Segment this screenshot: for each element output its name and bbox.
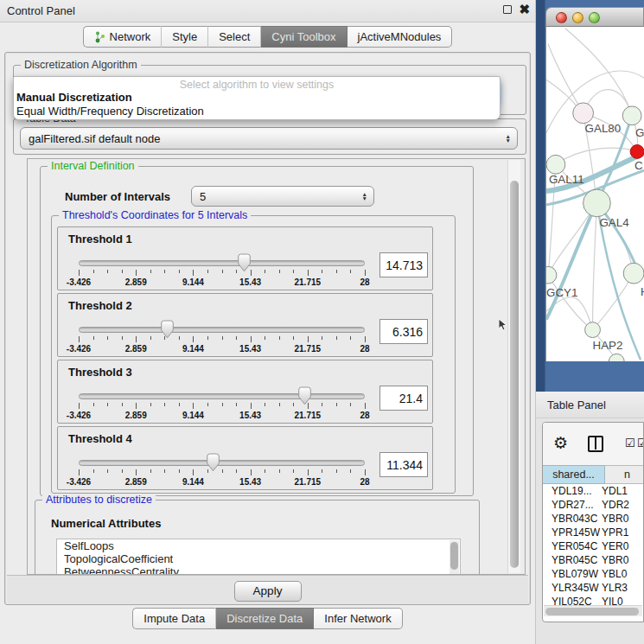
threshold-value-field[interactable]: 11.344 <box>379 452 428 477</box>
dropdown-option-manual-discretization[interactable]: Manual Discretization <box>14 91 500 105</box>
threshold-value-field[interactable]: 14.713 <box>379 252 428 277</box>
network-node-gal11[interactable] <box>546 155 565 174</box>
tab-label: jActiveMNodules <box>358 30 442 43</box>
settings-gear-icon[interactable]: ⚙ <box>553 433 568 453</box>
settings-vertical-scrollbar[interactable] <box>507 160 520 573</box>
tick-mark <box>350 336 351 340</box>
num-intervals-combobox[interactable]: 5 ▲▼ <box>191 186 374 207</box>
column-selector-icon[interactable] <box>588 436 603 452</box>
tick-mark <box>207 469 208 473</box>
table-data-selected: galFiltered.sif default node <box>29 132 160 145</box>
tab-select[interactable]: Select <box>208 26 261 48</box>
network-node-gal4[interactable] <box>583 189 611 217</box>
zoom-traffic-light-icon[interactable] <box>589 12 600 23</box>
network-node-h[interactable] <box>623 263 644 284</box>
threshold-label: Threshold 4 <box>68 432 132 445</box>
slider-threshold-3[interactable] <box>79 393 365 399</box>
minimize-traffic-light-icon[interactable] <box>572 12 583 23</box>
slider-threshold-4[interactable] <box>79 460 365 466</box>
tick-mark <box>222 469 223 473</box>
tab-jactivemnodules[interactable]: jActiveMNodules <box>348 26 453 48</box>
table-data-combobox[interactable]: galFiltered.sif default node ▲▼ <box>20 127 518 150</box>
network-node[interactable] <box>609 354 624 361</box>
apply-button[interactable]: Apply <box>234 581 302 602</box>
slider-track[interactable] <box>79 393 365 399</box>
tick-mark <box>279 336 280 340</box>
table-row[interactable]: YDL19...YDL1 <box>543 484 644 498</box>
checkbox-icon[interactable]: ☑ <box>625 437 635 450</box>
tab-impute-data[interactable]: Impute Data <box>132 608 216 629</box>
attribute-item-topologicalcoefficient[interactable]: TopologicalCoefficient <box>57 552 460 565</box>
tick-mark <box>265 403 265 406</box>
attributes-list-scrollbar[interactable] <box>450 540 459 575</box>
tick-mark <box>93 270 94 273</box>
close-traffic-light-icon[interactable] <box>556 12 567 23</box>
network-node-gal80[interactable] <box>573 103 594 124</box>
tab-network[interactable]: Network <box>83 26 163 48</box>
network-window-titlebar[interactable] <box>545 7 644 27</box>
tick-mark <box>265 270 265 273</box>
scrollbar-thumb[interactable] <box>450 542 458 570</box>
network-tab-icon <box>94 31 105 43</box>
table-row[interactable]: YLR345WYLR3 <box>543 581 644 595</box>
tick-label: 2.859 <box>125 411 147 420</box>
num-intervals-value: 5 <box>200 190 206 203</box>
tab-discretize-data[interactable]: Discretize Data <box>216 608 314 629</box>
column-header-name[interactable]: n <box>605 465 644 484</box>
scrollbar-thumb[interactable] <box>510 181 519 568</box>
cell-shared-name: YER054C <box>543 539 596 553</box>
tick-mark <box>279 469 280 473</box>
tick-mark <box>336 270 337 273</box>
table-row[interactable]: YER054CYER0 <box>543 539 644 553</box>
num-intervals-label: Number of Intervals <box>65 190 170 203</box>
tick-mark <box>222 336 223 340</box>
tick-mark <box>193 336 194 342</box>
slider-threshold-1[interactable] <box>79 260 365 266</box>
algorithm-placeholder-option[interactable]: Select algorithm to view settings <box>14 77 500 91</box>
tick-mark <box>179 336 180 340</box>
scrollbar-thumb[interactable] <box>545 608 639 615</box>
network-node-ga[interactable] <box>622 106 641 125</box>
tick-mark <box>79 469 80 475</box>
tab-cyni-toolbox[interactable]: Cyni Toolbox <box>261 26 347 48</box>
tab-style[interactable]: Style <box>162 26 208 48</box>
attribute-item-betweennesscentrality[interactable]: BetweennessCentrality <box>57 565 460 575</box>
table-row[interactable]: YBR043CYBR0 <box>543 512 644 526</box>
node-label: H <box>641 285 644 298</box>
table-row[interactable]: YBL079WYBL0 <box>543 567 644 581</box>
table-panel-title: Table Panel <box>547 399 606 411</box>
slider-track[interactable] <box>79 327 365 333</box>
tick-mark <box>107 403 108 406</box>
table-row[interactable]: YDR27...YDR2 <box>543 498 644 512</box>
tick-mark <box>79 270 80 276</box>
network-node-c[interactable] <box>630 145 644 159</box>
network-canvas[interactable]: GAL80GACGAL11GAL4GCY1HHAP2 <box>545 27 644 361</box>
column-header-shared-name[interactable]: shared... <box>543 465 605 484</box>
attribute-item-selfloops[interactable]: SelfLoops <box>57 539 460 552</box>
tick-mark <box>236 336 237 340</box>
checkbox-icon[interactable]: ☑ <box>637 437 644 450</box>
dropdown-option-equal-width-frequency-discretization[interactable]: Equal Width/Frequency Discretization <box>14 105 500 118</box>
tick-mark <box>350 469 351 473</box>
threshold-value-field[interactable]: 6.316 <box>379 319 428 344</box>
close-icon[interactable]: ✖ <box>519 4 530 15</box>
network-node-gcy1[interactable] <box>545 266 557 284</box>
slider-track[interactable] <box>79 460 365 466</box>
table-row[interactable]: YPR145WYPR1 <box>543 526 644 539</box>
cell-shared-name: YBL079W <box>543 567 596 581</box>
tick-label: 15.43 <box>239 277 261 287</box>
float-window-icon[interactable] <box>503 5 512 14</box>
tab-infer-network[interactable]: Infer Network <box>314 608 402 629</box>
table-row[interactable]: YBR045CYBR0 <box>543 553 644 567</box>
threshold-label: Threshold 2 <box>68 299 132 312</box>
threshold-value-field[interactable]: 21.4 <box>379 386 428 411</box>
interval-definition-group: Interval Definition Number of Intervals … <box>40 166 474 496</box>
slider-threshold-2[interactable] <box>79 327 365 333</box>
tick-mark <box>207 270 208 273</box>
attributes-list[interactable]: SelfLoopsTopologicalCoefficientBetweenne… <box>56 539 461 575</box>
table-horizontal-scrollbar[interactable] <box>544 605 642 616</box>
slider-track[interactable] <box>79 260 365 266</box>
tick-label: 15.43 <box>239 344 261 354</box>
network-node-hap2[interactable] <box>585 322 601 338</box>
tick-mark <box>251 469 252 475</box>
